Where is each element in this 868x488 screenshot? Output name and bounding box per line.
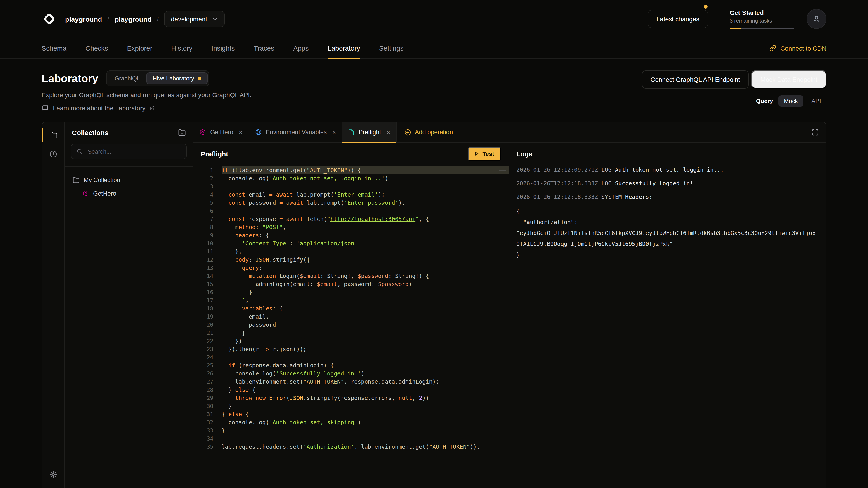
fullscreen-button[interactable] — [804, 122, 826, 142]
nav-item-insights[interactable]: Insights — [211, 38, 235, 58]
code-line[interactable]: 21 } — [193, 329, 508, 337]
line-number: 4 — [193, 191, 213, 199]
target-select[interactable]: development — [164, 11, 225, 27]
code-line[interactable]: 20 password — [193, 321, 508, 329]
log-entries[interactable]: 2026-01-26T12:12:09.271Z LOG Auth token … — [509, 164, 826, 267]
code-line[interactable]: 35lab.request.headers.set('Authorization… — [193, 443, 508, 451]
nav-item-settings[interactable]: Settings — [379, 38, 403, 58]
code-line[interactable]: 10 'Content-Type': 'application/json' — [193, 239, 508, 248]
code-line[interactable]: 24 — [193, 353, 508, 361]
laboratory-workbench: Collections My Collection — [41, 122, 827, 488]
code-line[interactable]: 32 console.log('Auth token set, skipping… — [193, 418, 508, 427]
code-line[interactable]: 6 — [193, 207, 508, 215]
breadcrumb-org[interactable]: playground — [65, 15, 102, 23]
code-line[interactable]: 3 — [193, 183, 508, 191]
add-operation-button[interactable]: Add operation — [397, 122, 460, 142]
collections-panel: Collections My Collection — [65, 122, 193, 488]
code-line[interactable]: 34 — [193, 435, 508, 443]
code-line[interactable]: 26 console.log('Successfully logged in!'… — [193, 369, 508, 378]
fullscreen-icon — [811, 129, 819, 136]
settings-button[interactable] — [46, 467, 60, 482]
code-line[interactable]: 33} — [193, 427, 508, 435]
person-icon — [812, 14, 821, 24]
close-icon[interactable]: × — [386, 129, 391, 135]
user-avatar[interactable] — [807, 9, 827, 29]
code-line[interactable]: 9 headers: { — [193, 231, 508, 239]
code-line[interactable]: 5 const password = await lab.prompt('Ent… — [193, 199, 508, 207]
hive-logo-icon[interactable] — [41, 11, 57, 27]
gear-icon — [49, 470, 57, 479]
breadcrumb-project[interactable]: playground — [115, 15, 151, 23]
code-line[interactable]: 16 } — [193, 288, 508, 296]
nav-item-explorer[interactable]: Explorer — [127, 38, 152, 58]
test-button-label: Test — [483, 150, 494, 157]
nav-item-history[interactable]: History — [171, 38, 192, 58]
logs-panel-title: Logs — [516, 150, 532, 158]
learn-more-link[interactable]: Learn more about the Laboratory — [41, 104, 252, 111]
connect-to-cdn-link[interactable]: Connect to CDN — [770, 38, 827, 58]
query-mode-switch: Query Mock API — [756, 95, 827, 107]
line-number: 34 — [193, 435, 213, 443]
code-line[interactable]: 31} else { — [193, 410, 508, 418]
nav-item-laboratory[interactable]: Laboratory — [328, 38, 360, 58]
code-line[interactable]: 7 const response = await fetch("http://l… — [193, 215, 508, 223]
code-line[interactable]: 25 if (response.data.adminLogin) { — [193, 361, 508, 369]
code-line[interactable]: 14 mutation Login($email: String!, $pass… — [193, 272, 508, 280]
code-line[interactable]: 30 } — [193, 402, 508, 410]
app-root: playground / playground / development La… — [0, 0, 868, 488]
mock-data-endpoint-button[interactable]: Mock Data Endpoint — [751, 70, 827, 89]
query-mode-mock[interactable]: Mock — [778, 95, 803, 107]
code-line[interactable]: 12 body: JSON.stringify({ — [193, 256, 508, 264]
tab-gethero[interactable]: GetHero × — [193, 122, 249, 142]
code-line[interactable]: 1if (!lab.environment.get("AUTH_TOKEN"))… — [193, 166, 508, 174]
collection-folder-my-collection[interactable]: My Collection — [69, 173, 188, 187]
file-icon — [348, 129, 355, 135]
connect-graphql-api-endpoint-button[interactable]: Connect GraphQL API Endpoint — [642, 70, 749, 89]
collections-panel-button[interactable] — [46, 128, 60, 142]
code-line[interactable]: 17 `, — [193, 296, 508, 304]
code-line[interactable]: 23 }).then(r => r.json()); — [193, 345, 508, 353]
graphql-icon — [199, 129, 206, 135]
history-panel-button[interactable] — [46, 147, 60, 161]
nav-item-traces[interactable]: Traces — [254, 38, 274, 58]
search-input[interactable] — [87, 148, 181, 155]
tab-environment-variables[interactable]: Environment Variables × — [249, 122, 342, 142]
add-folder-icon[interactable] — [178, 129, 186, 136]
nav-item-checks[interactable]: Checks — [86, 38, 108, 58]
page-header-right: Connect GraphQL API Endpoint Mock Data E… — [642, 70, 827, 107]
code-line[interactable]: 29 throw new Error(JSON.stringify(respon… — [193, 394, 508, 402]
code-line[interactable]: 4 const email = await lab.prompt('Enter … — [193, 191, 508, 199]
code-line[interactable]: 13 query: ` — [193, 264, 508, 272]
close-icon[interactable]: × — [239, 129, 243, 135]
latest-changes-button[interactable]: Latest changes — [648, 10, 708, 28]
code-line[interactable]: 8 method: "POST", — [193, 223, 508, 231]
code-editor[interactable]: 1if (!lab.environment.get("AUTH_TOKEN"))… — [193, 164, 508, 488]
line-number: 35 — [193, 443, 213, 451]
query-label: Query — [756, 98, 773, 104]
line-number: 21 — [193, 329, 213, 337]
code-line[interactable]: 27 lab.environment.set("AUTH_TOKEN", res… — [193, 378, 508, 386]
code-line[interactable]: 19 email, — [193, 313, 508, 321]
code-line[interactable]: 2 console.log('Auth token not set, loggi… — [193, 174, 508, 183]
code-line[interactable]: 15 adminLogin(email: $email, password: $… — [193, 280, 508, 288]
tab-label: Environment Variables — [266, 129, 327, 135]
test-button[interactable]: Test — [468, 147, 501, 161]
get-started-widget[interactable]: Get Started 3 remaining tasks — [730, 9, 794, 29]
code-line[interactable]: 18 variables: { — [193, 304, 508, 313]
mode-option-graphiql[interactable]: GraphiQL — [108, 72, 147, 85]
close-icon[interactable]: × — [332, 129, 336, 135]
collections-search[interactable] — [71, 144, 187, 159]
progress-fill — [730, 27, 741, 29]
nav-item-schema[interactable]: Schema — [41, 38, 66, 58]
collection-operation-gethero[interactable]: GetHero — [69, 187, 188, 200]
query-mode-api[interactable]: API — [806, 95, 827, 107]
editor-scrollbar-thumb[interactable] — [499, 170, 506, 171]
code-line[interactable]: 22 }) — [193, 337, 508, 345]
tab-preflight[interactable]: Preflight × — [342, 122, 397, 142]
code-line[interactable]: 11 }, — [193, 248, 508, 256]
nav-item-apps[interactable]: Apps — [293, 38, 309, 58]
log-raw-line: { — [516, 206, 819, 217]
get-started-subtitle: 3 remaining tasks — [730, 18, 794, 24]
code-line[interactable]: 28 } else { — [193, 386, 508, 394]
mode-option-hive-laboratory[interactable]: Hive Laboratory — [146, 72, 207, 85]
